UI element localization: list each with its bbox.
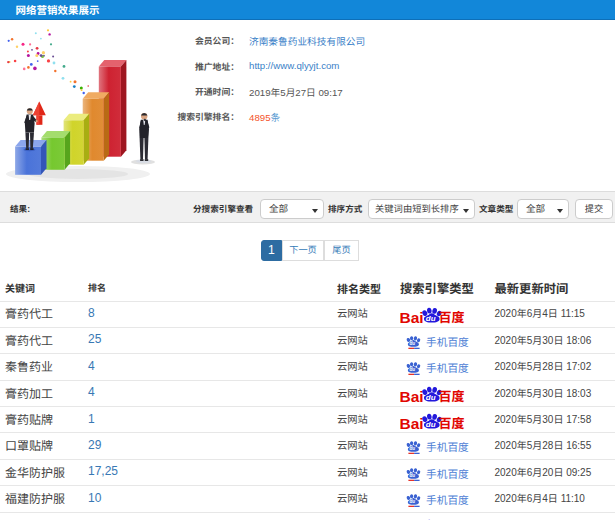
svg-text:Bai: Bai xyxy=(400,388,424,404)
svg-text:百度: 百度 xyxy=(439,386,465,404)
svg-text:du: du xyxy=(409,447,415,452)
svg-text:百度: 百度 xyxy=(439,307,465,325)
svg-text:Bai: Bai xyxy=(400,414,424,430)
svg-text:手机百度: 手机百度 xyxy=(426,439,469,454)
svg-text:du: du xyxy=(426,315,436,324)
svg-text:手机百度: 手机百度 xyxy=(426,466,469,481)
svg-text:Bai: Bai xyxy=(400,309,424,325)
svg-text:du: du xyxy=(409,473,415,478)
svg-text:du: du xyxy=(426,394,436,403)
svg-text:du: du xyxy=(426,420,436,429)
svg-text:du: du xyxy=(409,367,415,372)
svg-text:手机百度: 手机百度 xyxy=(426,334,469,349)
svg-text:du: du xyxy=(409,341,415,346)
svg-text:手机百度: 手机百度 xyxy=(426,492,469,507)
svg-text:百度: 百度 xyxy=(439,412,465,430)
svg-text:du: du xyxy=(409,499,415,504)
svg-text:手机百度: 手机百度 xyxy=(426,360,469,375)
